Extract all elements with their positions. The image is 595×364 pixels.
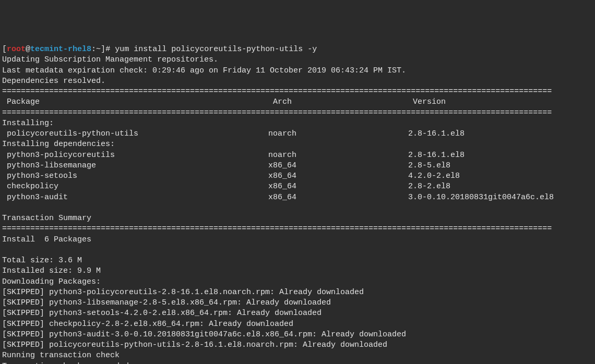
pkg-version: 2.8-2.el8 [408, 181, 450, 192]
pkg-version: 2.8-16.1.el8 [408, 150, 465, 161]
skipped-line: [SKIPPED] python3-libsemanage-2.8-5.el8.… [2, 298, 331, 307]
pkg-arch: noarch [268, 150, 408, 161]
output-line: Updating Subscription Management reposit… [2, 55, 218, 64]
skipped-line: [SKIPPED] python3-setools-4.2.0-2.el8.x8… [2, 309, 322, 318]
skipped-line: [SKIPPED] checkpolicy-2.8-2.el8.x86_64.r… [2, 320, 293, 329]
summary-title: Transaction Summary [2, 214, 91, 223]
skipped-line: [SKIPPED] python3-audit-3.0-0.10.2018083… [2, 330, 406, 339]
transaction-line: Transaction check succeeded. [2, 362, 134, 365]
pkg-version: 3.0-0.10.20180831git0047a6c.el8 [408, 192, 554, 203]
downloading-label: Downloading Packages: [2, 277, 101, 286]
installed-size: Installed size: 9.9 M [2, 266, 101, 275]
pkg-arch: x86_64 [268, 171, 408, 181]
pkg-name: python3-libsemanage [2, 161, 268, 171]
output-line: Last metadata expiration check: 0:29:46 … [2, 66, 406, 75]
prompt-colon: : [91, 45, 96, 54]
pkg-version: 4.2.0-2.el8 [408, 171, 460, 181]
prompt-hash: # [105, 45, 110, 54]
header-package: Package [7, 97, 273, 107]
table-row: python3-auditx86_643.0-0.10.20180831git0… [2, 193, 554, 202]
pkg-version: 2.8-16.1.el8 [408, 129, 465, 139]
command-text: yum install policycoreutils-python-utils… [115, 45, 317, 54]
pkg-arch: x86_64 [268, 192, 408, 203]
header-arch: Arch [273, 97, 413, 107]
header-version: Version [413, 97, 446, 107]
pkg-name: python3-audit [2, 192, 268, 203]
prompt-line[interactable]: [root@tecmint-rhel8:~]# yum install poli… [2, 45, 317, 54]
prompt-bracket-open: [ [2, 45, 7, 54]
table-row: checkpolicyx86_642.8-2.el8 [2, 182, 450, 191]
skipped-line: [SKIPPED] python3-policycoreutils-2.8-16… [2, 288, 364, 297]
prompt-user: root [7, 45, 26, 54]
table-row: python3-setoolsx86_644.2.0-2.el8 [2, 172, 460, 180]
installing-deps-label: Installing dependencies: [2, 140, 115, 149]
prompt-at: @ [26, 45, 30, 54]
pkg-name: python3-setools [2, 171, 268, 181]
table-row: python3-policycoreutilsnoarch2.8-16.1.el… [2, 151, 465, 160]
pkg-name: python3-policycoreutils [2, 150, 268, 161]
divider-line: ========================================… [2, 224, 552, 233]
pkg-arch: x86_64 [268, 161, 408, 171]
divider-line: ========================================… [2, 108, 552, 117]
transaction-line: Running transaction check [2, 351, 120, 360]
prompt-bracket-close: ] [101, 45, 105, 54]
skipped-line: [SKIPPED] policycoreutils-python-utils-2… [2, 341, 387, 349]
pkg-arch: noarch [268, 129, 408, 139]
table-header-row: PackageArchVersion [2, 98, 446, 106]
table-row: policycoreutils-python-utilsnoarch2.8-16… [2, 129, 465, 138]
installing-label: Installing: [2, 119, 54, 128]
table-row: python3-libsemanagex86_642.8-5.el8 [2, 161, 450, 170]
pkg-version: 2.8-5.el8 [408, 161, 450, 171]
pkg-arch: x86_64 [268, 181, 408, 192]
divider-line: ========================================… [2, 87, 552, 96]
terminal-output: [root@tecmint-rhel8:~]# yum install poli… [2, 44, 593, 364]
total-size: Total size: 3.6 M [2, 256, 82, 265]
install-count: Install 6 Packages [2, 235, 91, 244]
prompt-host: tecmint-rhel8 [30, 45, 91, 54]
output-line: Dependencies resolved. [2, 77, 105, 86]
pkg-name: policycoreutils-python-utils [2, 129, 268, 139]
pkg-name: checkpolicy [2, 181, 268, 192]
prompt-path: ~ [96, 45, 101, 54]
